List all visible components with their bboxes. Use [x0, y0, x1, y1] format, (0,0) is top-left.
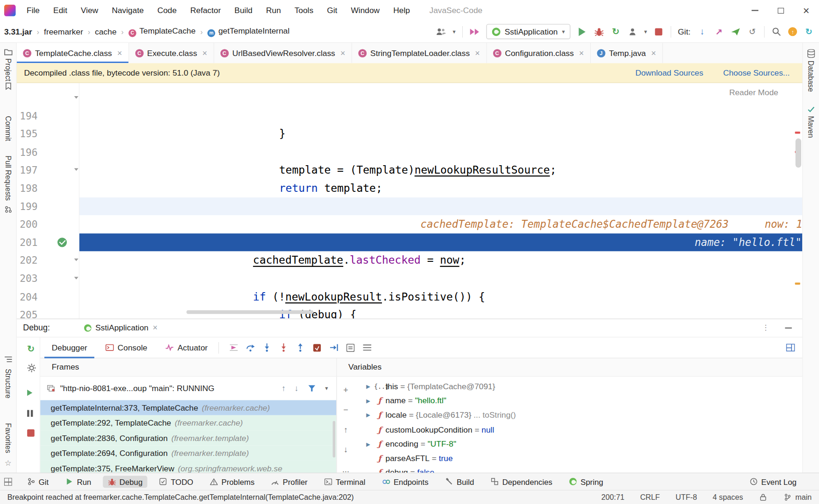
debug-button[interactable]	[594, 27, 604, 36]
vertical-scrollbar[interactable]	[796, 139, 801, 168]
run-to-cursor-button[interactable]	[329, 343, 338, 352]
sidebar-item-pull-requests[interactable]: Pull Requests	[4, 156, 12, 201]
menu-item[interactable]: Build	[228, 0, 260, 21]
debugger-settings-icon[interactable]	[363, 343, 372, 352]
menu-item[interactable]: Window	[344, 0, 387, 21]
menu-item[interactable]: Git	[320, 0, 344, 21]
variable-row[interactable]: ƒ name = "hello.ftl"	[362, 393, 802, 408]
history-icon[interactable]	[748, 27, 757, 36]
toolwindow-build[interactable]: Build	[440, 476, 479, 488]
frames-scrollbar[interactable]	[333, 421, 336, 457]
code-line[interactable]: 199	[17, 179, 802, 197]
code-line[interactable]: 195	[17, 107, 802, 125]
sidebar-item-maven[interactable]: Maven	[807, 116, 815, 138]
close-icon[interactable]	[202, 49, 207, 57]
sync-icon[interactable]	[804, 27, 814, 36]
sidebar-item-project[interactable]: Project	[4, 58, 12, 81]
event-log-button[interactable]: Event Log	[744, 476, 801, 488]
close-icon[interactable]	[651, 49, 656, 57]
search-icon[interactable]	[771, 27, 781, 36]
toolwindow-terminal[interactable]: Terminal	[319, 476, 370, 488]
close-icon[interactable]	[153, 324, 157, 332]
close-icon[interactable]	[579, 49, 584, 57]
sidebar-item-favorites[interactable]: Favorites	[4, 423, 12, 453]
tab-debugger[interactable]: Debugger	[44, 337, 94, 358]
toolwindow-git[interactable]: Git	[22, 476, 53, 488]
update-available-icon[interactable]	[788, 27, 797, 36]
tab-console[interactable]: Console	[98, 337, 155, 358]
tool-windows-icon[interactable]	[4, 478, 12, 486]
code-line[interactable]: 194 }	[17, 89, 802, 107]
close-button[interactable]	[793, 0, 819, 21]
run-button[interactable]	[577, 27, 587, 36]
editor-tab[interactable]: StringTemplateLoader.class	[352, 43, 487, 63]
editor-tab[interactable]: Temp.java	[591, 43, 663, 63]
previous-frame-icon[interactable]	[282, 384, 286, 393]
close-icon[interactable]	[117, 49, 122, 57]
more-options-icon[interactable]	[764, 324, 772, 332]
variable-row[interactable]: {..} this = {TemplateCache@7091}	[362, 379, 802, 394]
update-project-button[interactable]	[697, 27, 707, 36]
expand-chevron-icon[interactable]	[362, 441, 374, 447]
editor-tab[interactable]: TemplateCache.class	[17, 43, 129, 63]
fold-marker-icon[interactable]	[74, 96, 78, 99]
stop-button[interactable]	[654, 27, 664, 36]
editor-tab[interactable]: UrlBasedViewResolver.class	[214, 43, 352, 63]
pull-requests-icon[interactable]	[5, 206, 12, 213]
variable-row[interactable]: ƒ customLookupCondition = null	[362, 422, 802, 437]
pause-button[interactable]	[27, 410, 33, 417]
variable-row[interactable]: ƒ locale = {Locale@6173} ... toString()	[362, 408, 802, 422]
structure-icon[interactable]	[5, 356, 12, 362]
menu-item[interactable]: File	[20, 0, 47, 21]
restart-application-button[interactable]	[611, 27, 621, 36]
remove-watch-icon[interactable]	[343, 405, 348, 414]
code-line[interactable]: 204 if (debug) {	[17, 269, 802, 287]
error-stripe-mark[interactable]	[795, 132, 800, 133]
bookmark-icon[interactable]	[5, 83, 11, 90]
force-step-into-button[interactable]	[279, 343, 288, 352]
maven-check-icon[interactable]	[807, 106, 814, 112]
stack-frame[interactable]: getTemplate:2836, Configuration(freemark…	[40, 430, 336, 445]
editor-tab[interactable]: Configuration.class	[487, 43, 591, 63]
move-up-icon[interactable]	[344, 425, 348, 434]
code-line[interactable]: 206 }	[17, 306, 802, 319]
code-line[interactable]: 200 cachedTemplate = cachedTemplate.clon…	[17, 197, 802, 216]
database-icon[interactable]	[807, 49, 815, 58]
code-line[interactable]: 203 if (!newLookupResult.isPositive()) {	[17, 252, 802, 270]
menu-item[interactable]: Tools	[288, 0, 320, 21]
breadcrumb-class[interactable]: TemplateCache	[128, 26, 196, 37]
sidebar-item-database[interactable]: Database	[807, 61, 815, 92]
menu-item[interactable]: Help	[387, 0, 417, 21]
choose-sources-link[interactable]: Choose Sources...	[723, 68, 790, 77]
profiler-button[interactable]	[628, 27, 637, 36]
expand-chevron-icon[interactable]	[362, 413, 374, 418]
line-ending[interactable]: CRLF	[640, 493, 660, 502]
code-line[interactable]: 198 }	[17, 161, 802, 179]
close-icon[interactable]	[340, 49, 345, 57]
close-icon[interactable]	[475, 49, 480, 57]
thread-selector[interactable]: "http-nio-8081-exe...oup "main": RUNNING	[40, 377, 336, 400]
rerun-button[interactable]	[27, 343, 35, 355]
step-into-button[interactable]	[262, 343, 271, 352]
resume-button[interactable]	[27, 390, 32, 396]
variable-extra[interactable]: ... toString()	[471, 411, 515, 420]
menu-item[interactable]: Code	[150, 0, 184, 21]
show-execution-point-button[interactable]	[229, 343, 238, 352]
toolwindow-dependencies[interactable]: Dependencies	[486, 476, 557, 488]
sidebar-item-commit[interactable]: Commit	[4, 116, 12, 141]
toolwindow-profiler[interactable]: Profiler	[266, 476, 312, 488]
toolwindow-debug[interactable]: Debug	[103, 476, 147, 488]
filter-icon[interactable]	[307, 384, 316, 393]
stack-frame[interactable]: getTemplate:375, FreeMarkerView(org.spri…	[40, 461, 336, 473]
toolwindow-todo[interactable]: TODO	[154, 476, 198, 488]
status-message[interactable]: Breakpoint reached at freemarker.cache.T…	[7, 493, 354, 502]
variable-row[interactable]: ƒ parseAsFTL = true	[362, 451, 802, 466]
file-encoding[interactable]: UTF-8	[676, 493, 697, 502]
stack-frame[interactable]: getTemplate:2694, Configuration(freemark…	[40, 446, 336, 461]
code-line[interactable]: 197 return template;	[17, 143, 802, 161]
fold-marker-icon[interactable]	[74, 277, 78, 280]
expand-chevron-icon[interactable]	[362, 384, 374, 389]
reader-mode-label[interactable]: Reader Mode	[729, 88, 778, 97]
menu-item[interactable]: Edit	[47, 0, 74, 21]
breadcrumb-package[interactable]: cache	[95, 27, 116, 36]
